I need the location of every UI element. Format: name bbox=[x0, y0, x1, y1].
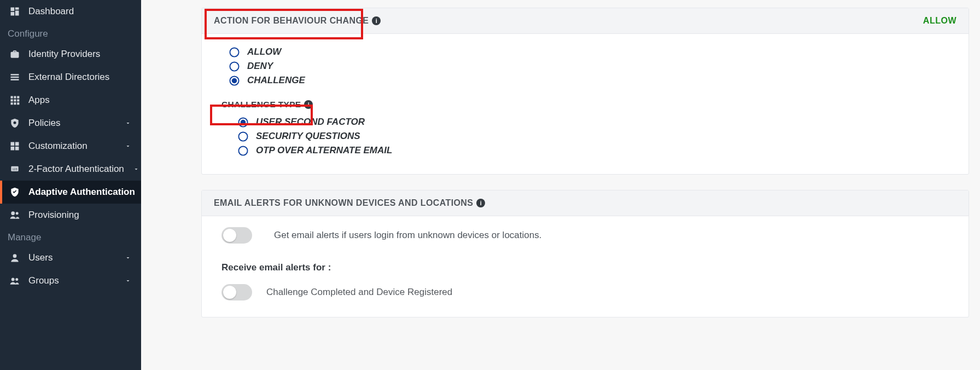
svg-rect-3 bbox=[11, 12, 15, 16]
receive-alerts-heading: Receive email alerts for : bbox=[221, 262, 956, 273]
radio-icon-selected bbox=[238, 117, 248, 128]
svg-point-25 bbox=[13, 254, 17, 258]
sidebar-item-label: 2-Factor Authentication bbox=[28, 164, 124, 175]
dashboard-icon bbox=[9, 5, 21, 18]
sidebar-item-groups[interactable]: Groups bbox=[0, 269, 141, 292]
challenge-type-text: CHALLENGE TYPE bbox=[221, 100, 301, 109]
radio-label: CHALLENGE bbox=[247, 75, 305, 86]
info-icon[interactable]: i bbox=[372, 16, 381, 25]
email-toggle-row: Get email alerts if users login from unk… bbox=[221, 227, 956, 244]
svg-rect-17 bbox=[11, 142, 15, 146]
sidebar-item-label: Provisioning bbox=[28, 210, 132, 221]
email-alert-option-label: Challenge Completed and Device Registere… bbox=[266, 287, 452, 298]
email-alerts-panel: EMAIL ALERTS FOR UNKNOWN DEVICES AND LOC… bbox=[201, 190, 969, 317]
main-content: ACTION FOR BEHAVIOUR CHANGE i ALLOW ALLO… bbox=[141, 0, 980, 370]
sidebar-item-2fa[interactable]: 123 2-Factor Authentication bbox=[0, 158, 141, 181]
radio-label: SECURITY QUESTIONS bbox=[256, 131, 360, 142]
shield-check-icon bbox=[9, 186, 21, 198]
grid-icon bbox=[9, 94, 21, 106]
radio-label: ALLOW bbox=[247, 47, 281, 57]
panel-header: ACTION FOR BEHAVIOUR CHANGE i ALLOW bbox=[202, 8, 969, 34]
svg-point-28 bbox=[230, 48, 238, 56]
list-icon bbox=[9, 71, 21, 83]
svg-point-27 bbox=[15, 278, 18, 281]
svg-point-35 bbox=[238, 146, 247, 155]
svg-text:123: 123 bbox=[13, 167, 18, 171]
sidebar-item-provisioning[interactable]: Provisioning bbox=[0, 204, 141, 227]
svg-rect-14 bbox=[14, 102, 16, 105]
sidebar-item-label: Policies bbox=[28, 118, 116, 129]
sidebar-item-label: Adaptive Authentication bbox=[28, 187, 135, 198]
svg-rect-19 bbox=[11, 147, 15, 151]
svg-rect-6 bbox=[11, 79, 19, 80]
sidebar-item-apps[interactable]: Apps bbox=[0, 89, 141, 112]
svg-rect-11 bbox=[14, 99, 16, 101]
svg-rect-1 bbox=[15, 8, 19, 10]
radio-icon bbox=[238, 131, 248, 142]
svg-point-16 bbox=[14, 122, 16, 124]
sidebar-item-adaptive-auth[interactable]: Adaptive Authentication bbox=[0, 181, 141, 204]
challenge-type-radio-group: USER SECOND FACTOR SECURITY QUESTIONS OT… bbox=[238, 115, 956, 158]
svg-point-26 bbox=[11, 278, 15, 281]
svg-rect-12 bbox=[17, 99, 19, 101]
chevron-down-icon bbox=[124, 143, 132, 149]
radio-user-second-factor[interactable]: USER SECOND FACTOR bbox=[238, 115, 956, 129]
radio-label: USER SECOND FACTOR bbox=[256, 117, 365, 128]
chevron-down-icon bbox=[124, 120, 132, 126]
sidebar-section-manage: Manage bbox=[0, 227, 141, 246]
svg-point-34 bbox=[238, 132, 247, 141]
svg-rect-0 bbox=[11, 8, 15, 11]
radio-security-questions[interactable]: SECURITY QUESTIONS bbox=[238, 129, 956, 143]
svg-rect-8 bbox=[14, 96, 16, 99]
shield-icon bbox=[9, 117, 21, 129]
provisioning-icon bbox=[9, 209, 21, 221]
challenge-completed-toggle[interactable] bbox=[221, 284, 252, 300]
svg-point-23 bbox=[11, 211, 15, 215]
briefcase-icon bbox=[9, 48, 21, 60]
action-behaviour-panel: ACTION FOR BEHAVIOUR CHANGE i ALLOW ALLO… bbox=[201, 8, 969, 175]
radio-icon bbox=[229, 47, 240, 57]
svg-rect-9 bbox=[17, 96, 19, 99]
email-toggle-description: Get email alerts if users login from unk… bbox=[274, 230, 541, 241]
panel-header: EMAIL ALERTS FOR UNKNOWN DEVICES AND LOC… bbox=[202, 190, 969, 216]
group-icon bbox=[9, 275, 21, 287]
sidebar-item-label: Groups bbox=[28, 275, 116, 286]
challenge-type-heading: CHALLENGE TYPE i bbox=[221, 100, 956, 109]
sidebar-item-customization[interactable]: Customization bbox=[0, 135, 141, 158]
sidebar-item-label: Users bbox=[28, 252, 116, 263]
sidebar-item-identity-providers[interactable]: Identity Providers bbox=[0, 43, 141, 66]
svg-rect-20 bbox=[15, 147, 19, 151]
sidebar-item-policies[interactable]: Policies bbox=[0, 112, 141, 135]
svg-rect-13 bbox=[11, 102, 13, 105]
chevron-down-icon bbox=[124, 278, 132, 284]
sidebar-item-label: External Directories bbox=[28, 72, 132, 83]
svg-point-29 bbox=[230, 62, 238, 71]
sidebar-item-dashboard[interactable]: Dashboard bbox=[0, 0, 141, 23]
radio-allow[interactable]: ALLOW bbox=[229, 45, 956, 59]
radio-otp-alternate-email[interactable]: OTP OVER ALTERNATE EMAIL bbox=[238, 143, 956, 158]
sidebar-item-external-directories[interactable]: External Directories bbox=[0, 66, 141, 89]
numpad-icon: 123 bbox=[9, 163, 21, 175]
info-icon[interactable]: i bbox=[304, 100, 313, 109]
sidebar-item-users[interactable]: Users bbox=[0, 246, 141, 269]
svg-rect-5 bbox=[11, 77, 19, 78]
panel-title-row: EMAIL ALERTS FOR UNKNOWN DEVICES AND LOC… bbox=[214, 198, 485, 208]
panel-title-text: EMAIL ALERTS FOR UNKNOWN DEVICES AND LOC… bbox=[214, 198, 473, 208]
radio-challenge[interactable]: CHALLENGE bbox=[229, 73, 956, 88]
sidebar: Dashboard Configure Identity Providers E… bbox=[0, 0, 141, 370]
radio-label: DENY bbox=[247, 61, 273, 72]
email-alerts-toggle[interactable] bbox=[221, 227, 252, 244]
action-radio-group: ALLOW DENY CHALLENGE bbox=[229, 45, 956, 88]
panel-body: ALLOW DENY CHALLENGE CHALLENGE TYPE bbox=[202, 34, 969, 174]
panel-body: Get email alerts if users login from unk… bbox=[202, 216, 969, 317]
svg-rect-7 bbox=[11, 96, 13, 99]
svg-rect-2 bbox=[15, 10, 19, 15]
info-icon[interactable]: i bbox=[476, 199, 485, 207]
radio-deny[interactable]: DENY bbox=[229, 59, 956, 73]
radio-icon-selected bbox=[229, 76, 240, 86]
status-badge-allow: ALLOW bbox=[923, 16, 956, 26]
svg-rect-15 bbox=[17, 102, 19, 105]
toggle-knob bbox=[223, 229, 236, 242]
svg-rect-4 bbox=[11, 74, 19, 76]
panel-title-text: ACTION FOR BEHAVIOUR CHANGE bbox=[214, 16, 369, 26]
